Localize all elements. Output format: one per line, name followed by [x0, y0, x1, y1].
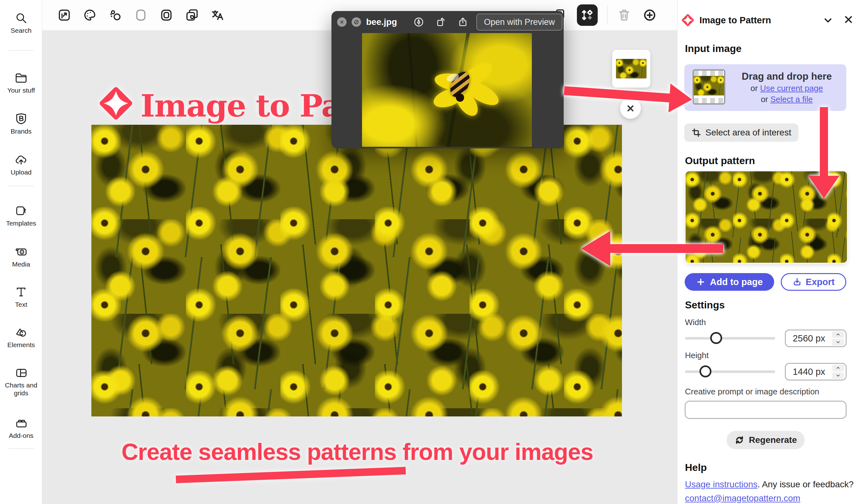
markup-pen-icon — [414, 17, 424, 28]
quicklook-close-button[interactable] — [337, 17, 347, 27]
sidebar-item-label: Templates — [6, 219, 36, 227]
translate-button[interactable] — [210, 7, 225, 23]
duplicate-button[interactable] — [184, 7, 199, 23]
height-slider-knob[interactable] — [700, 365, 711, 377]
sidebar-item-text[interactable]: Text — [0, 285, 42, 308]
close-icon — [339, 19, 345, 25]
select-area-button[interactable]: Select area of interest — [684, 123, 799, 142]
prompt-label: Creative prompt or image description — [685, 387, 819, 397]
height-value[interactable]: 1440 px — [786, 367, 832, 377]
chevron-down-icon — [835, 340, 841, 344]
rotate-icon — [435, 17, 446, 28]
panel-header: Image to Pattern — [677, 0, 857, 38]
export-label: Export — [806, 277, 835, 287]
sidebar-divider — [8, 50, 34, 51]
translate-icon — [211, 8, 224, 22]
sidebar-item-templates[interactable]: Templates — [0, 204, 42, 227]
close-icon — [843, 14, 854, 25]
toolbar-divider — [607, 6, 607, 24]
width-decrement-button[interactable] — [832, 339, 844, 346]
width-slider-knob[interactable] — [710, 332, 722, 344]
slogan-text: Create seamless patterns from your image… — [93, 438, 622, 465]
quicklook-window[interactable]: bee.jpg Open with Preview — [332, 11, 564, 148]
delete-page-button[interactable] — [617, 7, 632, 23]
theme-button[interactable] — [82, 7, 97, 23]
frame-button[interactable] — [159, 7, 174, 23]
usage-instructions-link[interactable]: Usage instructions — [685, 480, 757, 489]
use-current-page-link[interactable]: Use current page — [760, 83, 823, 93]
plus-circle-icon — [643, 8, 657, 22]
sidebar-item-brands[interactable]: Brands — [0, 112, 42, 135]
sidebar-divider — [8, 186, 34, 186]
help-heading: Help — [685, 462, 707, 473]
height-increment-button[interactable] — [832, 365, 844, 371]
add-to-page-label: Add to page — [710, 277, 763, 287]
sidebar-item-label: Charts and grids — [4, 381, 38, 397]
select-a-file-link[interactable]: Select a file — [770, 95, 812, 104]
width-increment-button[interactable] — [832, 331, 844, 338]
duplicate-icon — [185, 8, 199, 22]
sidebar-item-elements[interactable]: Elements — [0, 326, 42, 349]
sidebar-item-label: Elements — [7, 341, 35, 349]
add-ons-icon — [15, 417, 28, 430]
charts-grids-icon — [15, 366, 28, 379]
cloud-upload-icon — [15, 153, 28, 166]
share-button[interactable] — [457, 15, 468, 29]
height-decrement-button[interactable] — [832, 372, 844, 379]
reorder-icon — [581, 8, 594, 22]
slogan-underline — [176, 467, 406, 483]
quicklook-discard-button[interactable] — [352, 17, 361, 27]
canvas-pattern-image[interactable] — [91, 125, 622, 417]
close-panel-button[interactable] — [843, 14, 855, 27]
resize-button[interactable] — [57, 7, 72, 23]
sidebar-item-label: Add-ons — [9, 432, 33, 439]
height-stepper[interactable]: 1440 px — [785, 363, 846, 381]
chevron-down-icon — [822, 15, 834, 26]
select-area-label: Select area of interest — [705, 128, 791, 138]
add-to-page-button[interactable]: Add to page — [685, 273, 774, 291]
dropzone[interactable]: Drag and drop here or Use current page o… — [684, 64, 846, 111]
palette-icon — [83, 8, 97, 22]
slash-circle-icon — [354, 19, 359, 25]
background-shape-icon — [134, 8, 148, 22]
add-page-button[interactable] — [642, 7, 657, 23]
sidebar-item-charts-grids[interactable]: Charts and grids — [0, 366, 42, 397]
background-shape-button[interactable] — [133, 7, 148, 23]
rotate-button[interactable] — [435, 15, 446, 29]
folder-icon — [15, 71, 28, 84]
help-text: Usage instructions. Any issue or feedbac… — [685, 480, 854, 489]
markup-button[interactable] — [414, 15, 424, 29]
page-thumbnail-image — [616, 59, 646, 79]
panel-title: Image to Pattern — [700, 15, 771, 26]
sidebar-item-label: Brands — [11, 127, 32, 135]
share-icon — [457, 17, 468, 28]
height-slider[interactable] — [685, 370, 775, 373]
doc-logo-icon — [97, 81, 135, 125]
width-stepper[interactable]: 2560 px — [785, 330, 846, 347]
sidebar-item-label: Your stuff — [7, 86, 35, 94]
collapse-panel-button[interactable] — [822, 15, 835, 27]
output-pattern-heading: Output pattern — [685, 155, 755, 167]
addon-logo-icon — [680, 12, 696, 28]
width-label: Width — [685, 318, 706, 327]
prompt-input[interactable] — [685, 401, 846, 419]
regenerate-button[interactable]: Regenerate — [726, 431, 805, 449]
chevron-down-icon — [835, 373, 841, 378]
sidebar-item-add-ons[interactable]: Add-ons — [0, 417, 42, 439]
reorder-pages-button[interactable] — [577, 4, 598, 26]
export-button[interactable]: Export — [781, 273, 846, 291]
width-slider[interactable] — [685, 337, 775, 339]
sidebar-item-upload[interactable]: Upload — [0, 153, 42, 176]
width-value[interactable]: 2560 px — [786, 333, 832, 344]
sidebar-item-media[interactable]: Media — [0, 245, 42, 268]
sidebar-item-your-stuff[interactable]: Your stuff — [0, 71, 42, 94]
film-sprockets — [694, 70, 724, 76]
sidebar-item-search[interactable]: Search — [0, 11, 42, 34]
dropzone-main-text: Drag and drop here — [742, 71, 832, 82]
sidebar-item-label: Upload — [11, 168, 32, 176]
open-with-preview-button[interactable]: Open with Preview — [476, 14, 562, 31]
input-image-thumbnail — [692, 69, 725, 105]
animate-button[interactable] — [108, 7, 123, 23]
height-label: Height — [685, 351, 709, 360]
contact-email-link[interactable]: contact@imagetopattern.com — [685, 493, 800, 503]
